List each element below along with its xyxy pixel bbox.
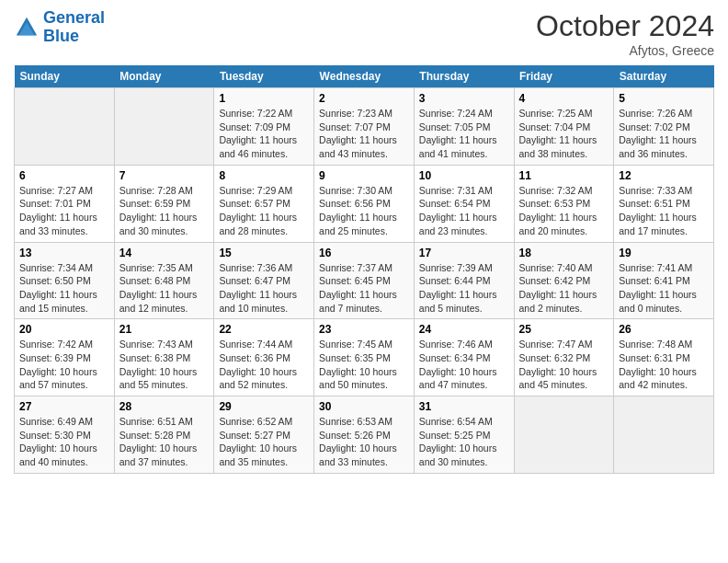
- calendar-header-row: SundayMondayTuesdayWednesdayThursdayFrid…: [15, 65, 714, 88]
- day-info: Sunrise: 7:35 AMSunset: 6:48 PMDaylight:…: [119, 261, 210, 316]
- day-number: 12: [619, 169, 709, 182]
- calendar-cell: 25Sunrise: 7:47 AMSunset: 6:32 PMDayligh…: [514, 319, 614, 396]
- day-info: Sunrise: 7:45 AMSunset: 6:35 PMDaylight:…: [319, 338, 409, 392]
- day-info: Sunrise: 6:53 AMSunset: 5:26 PMDaylight:…: [319, 415, 409, 469]
- day-number: 1: [219, 92, 309, 105]
- day-info: Sunrise: 7:27 AMSunset: 7:01 PMDaylight:…: [19, 184, 109, 238]
- day-number: 14: [119, 247, 210, 259]
- day-info: Sunrise: 7:32 AMSunset: 6:53 PMDaylight:…: [519, 184, 609, 238]
- day-number: 26: [619, 323, 709, 336]
- day-info: Sunrise: 7:48 AMSunset: 6:31 PMDaylight:…: [619, 338, 709, 392]
- day-number: 23: [319, 323, 409, 336]
- day-number: 21: [119, 323, 210, 336]
- day-number: 25: [519, 323, 609, 336]
- day-info: Sunrise: 7:30 AMSunset: 6:56 PMDaylight:…: [319, 184, 409, 238]
- day-number: 18: [519, 247, 609, 259]
- day-info: Sunrise: 7:24 AMSunset: 7:05 PMDaylight:…: [419, 107, 509, 161]
- day-number: 9: [319, 169, 409, 182]
- day-number: 17: [419, 247, 509, 259]
- calendar-subtitle: Afytos, Greece: [536, 43, 714, 58]
- day-info: Sunrise: 7:22 AMSunset: 7:09 PMDaylight:…: [219, 107, 309, 161]
- calendar-cell: 2Sunrise: 7:23 AMSunset: 7:07 PMDaylight…: [314, 88, 415, 166]
- day-number: 16: [319, 247, 409, 259]
- day-info: Sunrise: 7:43 AMSunset: 6:38 PMDaylight:…: [119, 338, 210, 392]
- day-number: 5: [619, 92, 709, 105]
- title-block: October 2024 Afytos, Greece: [536, 9, 714, 58]
- calendar-cell: [114, 88, 214, 166]
- calendar-cell: [15, 88, 115, 166]
- calendar-table: SundayMondayTuesdayWednesdayThursdayFrid…: [14, 65, 714, 474]
- day-number: 19: [619, 247, 709, 259]
- day-info: Sunrise: 7:42 AMSunset: 6:39 PMDaylight:…: [19, 338, 109, 392]
- day-number: 15: [219, 247, 309, 259]
- day-info: Sunrise: 7:33 AMSunset: 6:51 PMDaylight:…: [619, 184, 709, 238]
- calendar-cell: 4Sunrise: 7:25 AMSunset: 7:04 PMDaylight…: [514, 88, 614, 166]
- page-header: General Blue October 2024 Afytos, Greece: [14, 9, 714, 58]
- calendar-cell: 10Sunrise: 7:31 AMSunset: 6:54 PMDayligh…: [414, 165, 514, 242]
- day-number: 13: [19, 247, 109, 259]
- calendar-cell: 31Sunrise: 6:54 AMSunset: 5:25 PMDayligh…: [414, 396, 514, 474]
- calendar-cell: 16Sunrise: 7:37 AMSunset: 6:45 PMDayligh…: [314, 242, 415, 319]
- calendar-cell: 28Sunrise: 6:51 AMSunset: 5:28 PMDayligh…: [114, 396, 214, 474]
- day-info: Sunrise: 7:28 AMSunset: 6:59 PMDaylight:…: [119, 184, 210, 238]
- header-thursday: Thursday: [414, 65, 514, 88]
- day-info: Sunrise: 7:44 AMSunset: 6:36 PMDaylight:…: [219, 338, 309, 392]
- day-number: 24: [419, 323, 509, 336]
- day-info: Sunrise: 6:51 AMSunset: 5:28 PMDaylight:…: [119, 415, 210, 469]
- calendar-cell: 6Sunrise: 7:27 AMSunset: 7:01 PMDaylight…: [15, 165, 115, 242]
- day-info: Sunrise: 7:40 AMSunset: 6:42 PMDaylight:…: [519, 261, 609, 316]
- header-friday: Friday: [514, 65, 614, 88]
- day-number: 31: [419, 400, 509, 413]
- calendar-week-row: 1Sunrise: 7:22 AMSunset: 7:09 PMDaylight…: [15, 88, 714, 166]
- day-number: 2: [319, 92, 409, 105]
- day-number: 30: [319, 400, 409, 413]
- day-number: 28: [119, 400, 210, 413]
- calendar-cell: 27Sunrise: 6:49 AMSunset: 5:30 PMDayligh…: [15, 396, 115, 474]
- header-wednesday: Wednesday: [314, 65, 415, 88]
- calendar-week-row: 20Sunrise: 7:42 AMSunset: 6:39 PMDayligh…: [15, 319, 714, 396]
- day-info: Sunrise: 6:54 AMSunset: 5:25 PMDaylight:…: [419, 415, 509, 469]
- day-number: 29: [219, 400, 309, 413]
- calendar-cell: 30Sunrise: 6:53 AMSunset: 5:26 PMDayligh…: [314, 396, 415, 474]
- calendar-cell: 14Sunrise: 7:35 AMSunset: 6:48 PMDayligh…: [114, 242, 214, 319]
- calendar-week-row: 6Sunrise: 7:27 AMSunset: 7:01 PMDaylight…: [15, 165, 714, 242]
- day-number: 11: [519, 169, 609, 182]
- header-saturday: Saturday: [614, 65, 714, 88]
- calendar-cell: 12Sunrise: 7:33 AMSunset: 6:51 PMDayligh…: [614, 165, 714, 242]
- day-number: 8: [219, 169, 309, 182]
- calendar-cell: 19Sunrise: 7:41 AMSunset: 6:41 PMDayligh…: [614, 242, 714, 319]
- calendar-week-row: 27Sunrise: 6:49 AMSunset: 5:30 PMDayligh…: [15, 396, 714, 474]
- header-sunday: Sunday: [15, 65, 115, 88]
- day-number: 22: [219, 323, 309, 336]
- calendar-cell: 1Sunrise: 7:22 AMSunset: 7:09 PMDaylight…: [214, 88, 314, 166]
- calendar-cell: 21Sunrise: 7:43 AMSunset: 6:38 PMDayligh…: [114, 319, 214, 396]
- day-info: Sunrise: 7:37 AMSunset: 6:45 PMDaylight:…: [319, 261, 409, 316]
- day-number: 3: [419, 92, 509, 105]
- logo-general: General: [43, 8, 105, 27]
- calendar-cell: 20Sunrise: 7:42 AMSunset: 6:39 PMDayligh…: [15, 319, 115, 396]
- logo-icon: [14, 15, 40, 40]
- day-info: Sunrise: 7:46 AMSunset: 6:34 PMDaylight:…: [419, 338, 509, 392]
- calendar-cell: 17Sunrise: 7:39 AMSunset: 6:44 PMDayligh…: [414, 242, 514, 319]
- day-info: Sunrise: 7:23 AMSunset: 7:07 PMDaylight:…: [319, 107, 409, 161]
- calendar-title: October 2024: [536, 9, 714, 43]
- day-number: 6: [19, 169, 109, 182]
- calendar-cell: [614, 396, 714, 474]
- day-number: 7: [119, 169, 210, 182]
- day-info: Sunrise: 7:31 AMSunset: 6:54 PMDaylight:…: [419, 184, 509, 238]
- day-info: Sunrise: 6:52 AMSunset: 5:27 PMDaylight:…: [219, 415, 309, 469]
- day-info: Sunrise: 7:29 AMSunset: 6:57 PMDaylight:…: [219, 184, 309, 238]
- calendar-cell: 26Sunrise: 7:48 AMSunset: 6:31 PMDayligh…: [614, 319, 714, 396]
- day-info: Sunrise: 7:36 AMSunset: 6:47 PMDaylight:…: [219, 261, 309, 316]
- calendar-week-row: 13Sunrise: 7:34 AMSunset: 6:50 PMDayligh…: [15, 242, 714, 319]
- calendar-cell: 5Sunrise: 7:26 AMSunset: 7:02 PMDaylight…: [614, 88, 714, 166]
- calendar-cell: 7Sunrise: 7:28 AMSunset: 6:59 PMDaylight…: [114, 165, 214, 242]
- day-info: Sunrise: 7:41 AMSunset: 6:41 PMDaylight:…: [619, 261, 709, 316]
- logo-text: General Blue: [43, 9, 105, 46]
- calendar-cell: 11Sunrise: 7:32 AMSunset: 6:53 PMDayligh…: [514, 165, 614, 242]
- calendar-cell: 18Sunrise: 7:40 AMSunset: 6:42 PMDayligh…: [514, 242, 614, 319]
- day-info: Sunrise: 7:47 AMSunset: 6:32 PMDaylight:…: [519, 338, 609, 392]
- calendar-cell: 13Sunrise: 7:34 AMSunset: 6:50 PMDayligh…: [15, 242, 115, 319]
- calendar-cell: [514, 396, 614, 474]
- header-tuesday: Tuesday: [214, 65, 314, 88]
